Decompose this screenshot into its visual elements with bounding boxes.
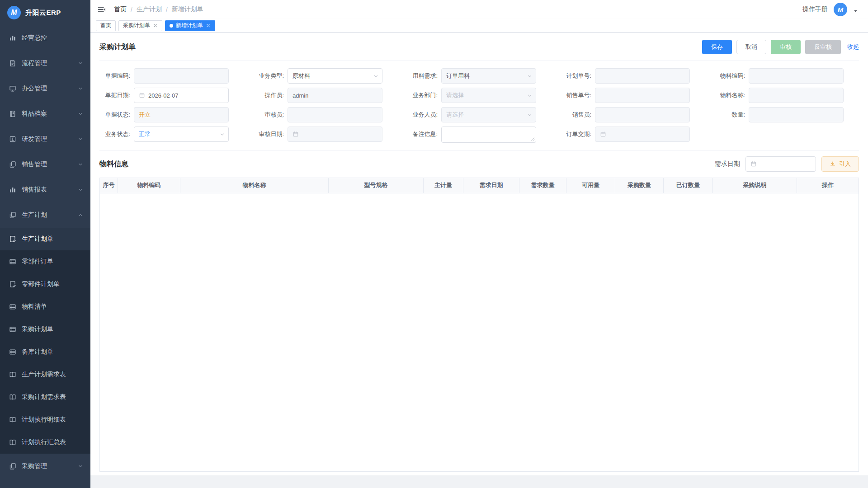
breadcrumb-production-plan[interactable]: 生产计划	[137, 5, 162, 14]
status-value: 开立	[139, 111, 151, 119]
grid-icon	[9, 348, 16, 356]
field-bill-status: 单据状态: 开立	[99, 107, 244, 122]
calendar-icon	[139, 92, 145, 99]
hamburger-icon[interactable]	[98, 5, 106, 14]
grid-icon	[9, 326, 16, 333]
header-form: 单据编码: 业务类型: 原材料 用料需求:	[99, 68, 859, 143]
sidebar-item-production-plan-order[interactable]: 生产计划单	[0, 228, 90, 250]
field-business-person: 业务人员: 请选择	[407, 107, 552, 122]
sidebar-item-production-demand-table[interactable]: 生产计划需求表	[0, 363, 90, 386]
tab-new-plan-order[interactable]: 新增计划单	[165, 20, 215, 31]
sidebar-item-label: 采购管理	[22, 462, 47, 470]
open-book-icon	[9, 439, 16, 446]
field-business-status: 业务状态: 正常	[99, 127, 244, 143]
open-book-icon	[9, 371, 16, 378]
field-operator: 操作员: admin	[253, 88, 398, 103]
sidebar-item-rd-mgmt[interactable]: 研发管理	[0, 127, 90, 152]
remark-textarea[interactable]	[441, 127, 536, 143]
save-button[interactable]: 保存	[702, 40, 732, 54]
field-label: 审核日期:	[253, 127, 288, 142]
field-placeholder: 请选择	[446, 91, 464, 99]
sidebar-item-plan-exec-detail-table[interactable]: 计划执行明细表	[0, 408, 90, 431]
sidebar-item-label: 计划执行汇总表	[22, 438, 66, 446]
field-business-type: 业务类型: 原材料	[253, 68, 398, 84]
bar-chart-icon	[9, 34, 16, 42]
sidebar-item-stock-plan-order[interactable]: 备库计划单	[0, 341, 90, 363]
sidebar-item-parts-plan-order[interactable]: 零部件计划单	[0, 273, 90, 296]
page-title: 采购计划单	[99, 42, 136, 52]
copy-doc-icon	[9, 463, 16, 470]
brand-logo-icon: M	[7, 6, 21, 19]
import-button[interactable]: 引入	[821, 156, 859, 172]
resize-grip-icon[interactable]	[531, 137, 535, 141]
bill-status-input: 开立	[134, 107, 229, 122]
breadcrumb-separator: /	[131, 6, 132, 13]
field-label: 数量:	[714, 107, 749, 122]
tab-label: 首页	[100, 22, 111, 29]
sidebar-item-office-mgmt[interactable]: 办公管理	[0, 76, 90, 101]
bar-chart-icon	[9, 186, 16, 193]
sidebar-item-business-overview[interactable]: 经营总控	[0, 25, 90, 51]
field-label: 单据日期:	[99, 88, 134, 103]
sidebar-item-sales-report[interactable]: 销售报表	[0, 177, 90, 202]
monitor-icon	[9, 85, 16, 92]
demand-date-label: 需求日期	[715, 160, 740, 168]
avatar[interactable]: M	[834, 3, 847, 16]
material-toolbar: 需求日期 引入	[715, 156, 859, 172]
sidebar-item-purchase-plan-order[interactable]: 采购计划单	[0, 318, 90, 341]
business-person-select: 请选择	[441, 107, 536, 122]
sidebar-item-plan-exec-summary-table[interactable]: 计划执行汇总表	[0, 431, 90, 454]
close-icon[interactable]	[206, 23, 211, 28]
sidebar-item-purchase-mgmt[interactable]: 采购管理	[0, 454, 90, 479]
sidebar-item-parts-order[interactable]: 零部件订单	[0, 250, 90, 273]
close-icon[interactable]	[153, 23, 158, 28]
breadcrumb-separator: /	[166, 6, 168, 13]
sidebar-item-workshop-settings[interactable]: 车间设置	[0, 479, 90, 488]
sidebar-item-production-plan[interactable]: 生产计划	[0, 202, 90, 228]
tabs-bar: 首页 采购计划单 新增计划单	[90, 19, 868, 33]
tab-home[interactable]: 首页	[96, 20, 116, 31]
material-code-input	[749, 68, 844, 84]
column-header-model-spec: 型号规格	[329, 178, 424, 193]
flow-doc-icon	[9, 60, 16, 67]
chevron-down-icon	[373, 73, 379, 79]
field-placeholder: 请选择	[446, 111, 464, 119]
business-type-select[interactable]: 原材料	[288, 68, 382, 84]
chevron-down-icon	[78, 111, 83, 117]
field-label: 业务人员:	[407, 107, 441, 122]
sidebar-item-material-list[interactable]: 物料清单	[0, 296, 90, 318]
grid-icon	[9, 258, 16, 265]
sidebar-item-label: 生产计划单	[22, 235, 53, 243]
breadcrumb-current: 新增计划单	[172, 5, 203, 14]
sidebar-item-process-mgmt[interactable]: 流程管理	[0, 51, 90, 76]
breadcrumb-home[interactable]: 首页	[114, 5, 127, 14]
sidebar: M 升阳云ERP 经营总控 流程管理 办公管理 料品档案 研发管理	[0, 0, 90, 488]
column-header-demand-date: 需求日期	[463, 178, 519, 193]
brand: M 升阳云ERP	[0, 0, 90, 25]
navbar-right: 操作手册 M	[802, 3, 858, 16]
chevron-down-icon	[219, 131, 225, 137]
page-content: 采购计划单 保存 取消 审核 反审核 收起 单据编码:	[90, 33, 868, 488]
import-button-label: 引入	[839, 160, 851, 168]
collapse-link[interactable]: 收起	[847, 43, 859, 51]
order-delivery-picker	[595, 127, 690, 142]
bill-date-picker[interactable]: 2026-02-07	[134, 88, 229, 103]
business-status-select[interactable]: 正常	[134, 127, 229, 142]
sidebar-item-label: 经营总控	[22, 34, 47, 42]
audit-button: 审核	[771, 40, 801, 54]
sidebar-item-sales-mgmt[interactable]: 销售管理	[0, 152, 90, 177]
manual-link[interactable]: 操作手册	[802, 5, 828, 14]
field-order-delivery: 订单交期:	[561, 127, 705, 143]
sidebar-item-purchase-demand-table[interactable]: 采购计划需求表	[0, 386, 90, 408]
material-demand-select[interactable]: 订单用料	[441, 68, 536, 84]
field-label: 审核员:	[253, 107, 288, 122]
sidebar-item-material-archive[interactable]: 料品档案	[0, 101, 90, 127]
column-header-operation: 操作	[797, 178, 859, 193]
caret-down-icon[interactable]	[853, 9, 858, 14]
tab-purchase-plan-order[interactable]: 采购计划单	[118, 20, 162, 31]
demand-date-picker[interactable]	[745, 156, 816, 172]
open-book-icon	[9, 416, 16, 423]
sidebar-item-label: 生产计划需求表	[22, 371, 66, 379]
cancel-button[interactable]: 取消	[736, 40, 766, 54]
column-header-material-name: 物料名称	[180, 178, 329, 193]
